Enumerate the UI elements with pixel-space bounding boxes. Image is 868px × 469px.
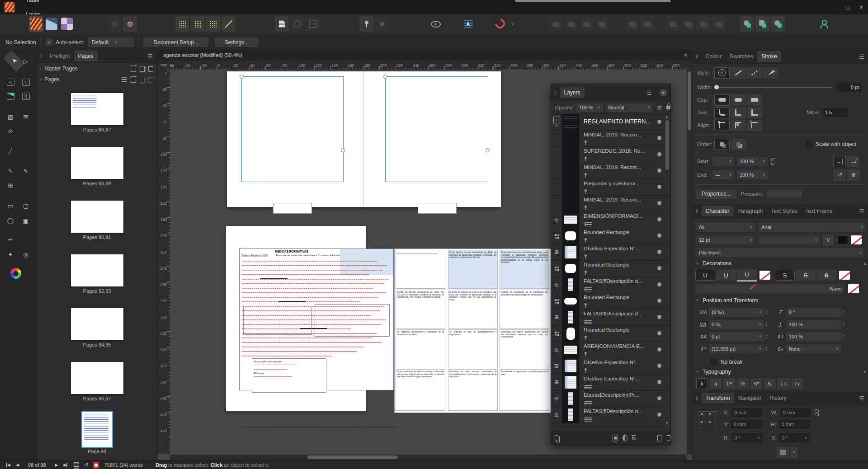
position-transform-section[interactable]: ˅Position and Transform xyxy=(693,295,868,305)
layer-visibility-dot[interactable] xyxy=(657,217,661,221)
stepper[interactable]: ˄˅ xyxy=(843,322,844,327)
scrollbar-thumb[interactable] xyxy=(307,455,398,459)
typography-5-button[interactable]: S. xyxy=(764,378,776,389)
mask-layer-icon[interactable] xyxy=(613,435,618,441)
toolbar-button[interactable] xyxy=(640,16,654,32)
stroke-solid-button[interactable] xyxy=(731,67,746,79)
tracking-field[interactable]: 0 ‰˅ xyxy=(709,320,764,329)
x-field[interactable]: 0 mm xyxy=(731,408,762,417)
toolbar-button[interactable]: ˅ xyxy=(509,16,516,32)
slider-knob[interactable] xyxy=(714,85,719,89)
page-list-options-icon[interactable] xyxy=(122,77,127,82)
toolbar-button[interactable] xyxy=(494,16,508,32)
tab-colour[interactable]: Colour xyxy=(702,51,726,62)
add-page-icon[interactable] xyxy=(131,76,136,83)
pen-tool[interactable]: ✒ xyxy=(5,234,16,245)
toolbar-button[interactable] xyxy=(222,16,236,32)
stepper[interactable]: ˄˅ xyxy=(765,347,767,352)
typography-2-button[interactable]: 1ˢᵗ xyxy=(723,378,735,389)
rectangle-tool[interactable]: ▭ xyxy=(5,200,16,211)
scrollbar-thumb[interactable] xyxy=(688,71,691,130)
auto-select-dropdown[interactable]: Default˅ xyxy=(88,38,134,47)
layer-row[interactable]: T˅REGLAMENTO INTERN... xyxy=(551,114,670,131)
layer-row[interactable]: ⊞ÁREA|CONVIVENCIA E... xyxy=(551,342,670,358)
font-size-dropdown[interactable]: 12 pt˅ xyxy=(696,235,755,244)
node-tool[interactable]: ▷ xyxy=(20,55,32,67)
stepper[interactable]: ˄˅ xyxy=(843,334,844,339)
page-number-frame[interactable] xyxy=(418,203,457,214)
stroke-colour-swatch[interactable] xyxy=(851,235,862,244)
font-dropdown[interactable]: Arial˅ xyxy=(759,223,866,232)
lock-icon[interactable] xyxy=(666,106,670,109)
join-bevel-button[interactable] xyxy=(731,107,746,118)
scale-with-object-checkbox[interactable] xyxy=(806,141,812,148)
opacity-dropdown[interactable]: 100 %˅ xyxy=(576,103,603,112)
stroke-dashed-button[interactable] xyxy=(747,67,762,79)
width-value[interactable]: 0 pt xyxy=(836,83,862,92)
layers-scrollbar-thumb[interactable] xyxy=(665,120,669,170)
layer-visibility-dot[interactable] xyxy=(657,185,661,189)
agenda-note-frame[interactable]: No cumplir con agenda ~~~~~~~~~~~~~~~~~~… xyxy=(252,358,326,393)
tab-character[interactable]: Character xyxy=(702,206,734,216)
toolbar-button[interactable] xyxy=(625,16,639,32)
envelope-tool[interactable]: ✉ xyxy=(20,111,32,122)
pressure-graph[interactable] xyxy=(767,190,802,198)
strike-double-button[interactable]: S xyxy=(816,270,836,281)
text-style-dropdown[interactable]: [No Style]˅ xyxy=(696,248,864,257)
panel-menu-icon[interactable]: ☰ xyxy=(859,208,864,215)
collection-dropdown[interactable]: All˅ xyxy=(696,223,755,232)
minimize-button[interactable]: – xyxy=(827,0,841,14)
toolbar-button[interactable] xyxy=(755,16,769,32)
baseline-field[interactable]: 0 pt˅ xyxy=(709,332,764,341)
chevron-down-icon[interactable]: ˅ xyxy=(759,334,761,339)
group-layers-icon[interactable] xyxy=(555,435,558,441)
layer-visibility-dot[interactable] xyxy=(657,299,661,303)
align-outside-button[interactable] xyxy=(747,120,762,131)
v-scale-field[interactable]: 100 % xyxy=(786,332,841,341)
stroke-brush-button[interactable] xyxy=(763,67,778,79)
ellipse-tool[interactable]: ◯ xyxy=(5,215,16,226)
chevron-right-icon[interactable]: › xyxy=(37,66,44,71)
layer-visibility-dot[interactable] xyxy=(657,331,661,335)
toolbar-button[interactable]: ⚙ xyxy=(108,16,122,32)
toolbar-button[interactable] xyxy=(175,16,189,32)
maximize-button[interactable]: ▢ xyxy=(841,0,854,14)
master-pages-section[interactable]: › Master Pages xyxy=(37,63,157,74)
strike-none-button[interactable]: S xyxy=(775,270,795,281)
h-field[interactable]: 0 mm xyxy=(779,420,810,429)
sync-icon[interactable]: ↺ xyxy=(84,462,88,468)
width-slider[interactable] xyxy=(715,87,832,88)
tab-text-frame[interactable]: Text Frame xyxy=(801,206,836,216)
toolbar-button[interactable] xyxy=(740,16,754,32)
toolbar-button[interactable] xyxy=(771,16,785,32)
font-style-dropdown[interactable]: ˅ xyxy=(759,235,820,244)
tab-navigator[interactable]: Navigator xyxy=(734,393,765,403)
grid-frame-tool[interactable]: ╳ xyxy=(20,90,32,102)
order-back-button[interactable] xyxy=(731,139,746,150)
shear-dropdown[interactable]: 0 °˅ xyxy=(779,433,810,442)
zoom-tool[interactable]: ◎ xyxy=(20,249,32,260)
preflight-warning-icon[interactable] xyxy=(93,462,99,469)
placed-image-tool[interactable]: ▨ xyxy=(5,111,16,122)
layer-row[interactable]: Rounded Rectangle xyxy=(551,293,670,310)
strike-colour-swatch[interactable] xyxy=(839,271,850,280)
adjustment-layer-icon[interactable] xyxy=(623,435,627,441)
mitre-value[interactable]: 1.5 xyxy=(822,108,848,117)
transform-mode-button[interactable] xyxy=(777,447,789,458)
toolbar-button[interactable] xyxy=(665,16,679,32)
toolbar-button[interactable] xyxy=(564,16,578,32)
procedure-table[interactable]: Si los hechos no son constitutivos de de… xyxy=(394,249,552,413)
layer-row[interactable]: Rounded Rectangle xyxy=(551,260,670,277)
layer-row[interactable]: Preguntas y cuestiona... xyxy=(551,179,670,196)
page-thumbnail[interactable] xyxy=(71,254,123,286)
tab-pages[interactable]: Pages xyxy=(74,51,98,61)
layer-effects-icon[interactable]: fx xyxy=(632,436,636,441)
arrow-through-button[interactable]: ↛ xyxy=(847,156,859,167)
layer-row[interactable] xyxy=(551,423,670,432)
chevron-down-icon[interactable]: ˅ xyxy=(836,347,839,351)
layer-visibility-dot[interactable] xyxy=(657,266,661,270)
layer-visibility-dot[interactable] xyxy=(657,234,661,238)
line-colour-swatch[interactable] xyxy=(848,284,859,293)
layer-row[interactable]: ⊞FALTAS|¶Descripción d... xyxy=(551,309,670,326)
panel-menu-icon[interactable]: ☰ xyxy=(646,89,652,96)
